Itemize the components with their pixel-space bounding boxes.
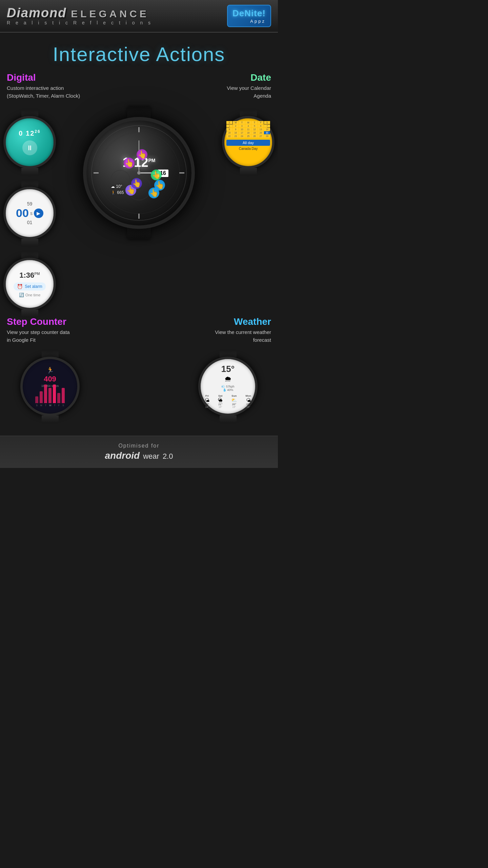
- band-bottom: [21, 239, 38, 245]
- stopwatch-watch: 0 1226 ⏸: [3, 110, 56, 175]
- bar-7: [62, 388, 65, 403]
- alarm-repeat: One time: [25, 293, 41, 297]
- calendar-grid: S M T W T F S 1 2 3 4 5 6 7 8: [226, 121, 270, 138]
- calendar-content: S M T W T F S 1 2 3 4 5 6 7 8: [224, 118, 272, 153]
- forecast-fri: Fri 🌤 19° 14°: [205, 394, 209, 408]
- digital-desc: Custom interactive action (StopWatch, Ti…: [7, 84, 81, 100]
- fit-steps: 409: [44, 375, 56, 383]
- forecast-sun: Sun ⛅ 20° 15°: [231, 394, 237, 408]
- weather-desc: View the current weather forecast: [186, 329, 271, 344]
- alarm-icon: ⏰: [17, 284, 23, 289]
- timer-next-button[interactable]: ▶: [34, 209, 43, 218]
- weather-cloud-icon: 🌧: [224, 375, 232, 383]
- bottom-watch-row: 🏃 409 16,464 steps S M T W: [0, 347, 278, 426]
- bar-3: [44, 384, 47, 403]
- band-top: [42, 351, 59, 357]
- weather-face: 15° 🌧 💨 57kph 💧 40% Fri 🌤 19° 14° Sat 🌦: [198, 357, 258, 416]
- step-counter-desc: View your step counter data in Google Fi…: [7, 329, 92, 344]
- main-band-bottom: [127, 228, 151, 239]
- alarm-set-label: Set alarm: [25, 284, 42, 289]
- date-desc: View your Calendar Agenda: [197, 84, 271, 100]
- repeat-icon: 🔄: [19, 293, 24, 297]
- fp-date-dot[interactable]: 👆: [151, 170, 162, 180]
- footer-wear: wear: [143, 452, 159, 461]
- alarm-watch: 1:36PM ⏰ Set alarm 🔄 One time: [3, 252, 56, 316]
- app-title: Diamond ELEGANCE R e a l i s t i c R e f…: [7, 6, 152, 25]
- title-elegance: ELEGANCE: [71, 8, 149, 19]
- svg-point-11: [137, 171, 141, 175]
- fit-days: S M T W T F S: [36, 404, 64, 407]
- bar-1: [35, 396, 38, 403]
- step-counter-title: Step Counter: [7, 316, 92, 327]
- calendar-event: Canada Day: [226, 147, 270, 151]
- watch-temp: ☁ 10°: [111, 184, 122, 189]
- interactive-actions-title: Interactive Actions: [7, 43, 271, 65]
- calendar-watch: S M T W T F S 1 2 3 4 5 6 7 8: [222, 110, 274, 175]
- main-watch-face: 1:12PM 16 👆 👆 👆 👆 👆 👆 👆 ☁ 10° 🚶 665: [83, 117, 195, 229]
- timer-seconds: 00: [16, 206, 29, 220]
- band-bottom: [240, 168, 257, 175]
- digital-label: Digital Custom interactive action (StopW…: [7, 72, 81, 100]
- fp-step-dot2[interactable]: 👆: [131, 178, 142, 189]
- forecast-sat: Sat 🌦 21° 15°: [218, 394, 223, 408]
- alarm-face: 1:36PM ⏰ Set alarm 🔄 One time: [3, 258, 56, 310]
- left-watch-column: 0 1226 ⏸ 59 00 s ▶ 01: [3, 106, 56, 316]
- watch-svg: [86, 120, 191, 225]
- footer-version: 2.0: [163, 452, 173, 461]
- fp-weather-dot2[interactable]: 👆: [148, 188, 159, 198]
- watch-steps-display: 🚶 665: [111, 190, 124, 195]
- runner-icon: 🏃: [46, 367, 54, 374]
- date-title: Date: [197, 72, 271, 83]
- fit-chart: [35, 390, 65, 403]
- band-top: [21, 181, 38, 188]
- main-period: PM: [148, 158, 156, 163]
- calendar-face: S M T W T F S 1 2 3 4 5 6 7 8: [222, 116, 274, 169]
- calendar-all-day: All day: [226, 140, 270, 146]
- band-top: [21, 252, 38, 258]
- forecast-mon: Mon 🌤 19° 15°: [246, 394, 251, 408]
- weather-label: Weather View the current weather forecas…: [186, 316, 271, 344]
- timer-s: s: [30, 211, 33, 216]
- section-header: Interactive Actions: [0, 33, 278, 72]
- fp-digital-dot2[interactable]: 👆: [137, 149, 147, 160]
- main-watch-area: 0 1226 ⏸ 59 00 s ▶ 01: [0, 106, 278, 316]
- timer-face: 59 00 s ▶ 01: [3, 187, 56, 239]
- weather-temp: 15°: [221, 364, 235, 373]
- step-counter-label: Step Counter View your step counter data…: [7, 316, 92, 344]
- footer-brand: android wear 2.0: [7, 450, 271, 461]
- pause-button[interactable]: ⏸: [22, 140, 37, 155]
- weather-rain: 💧 40%: [223, 388, 233, 392]
- band-bottom: [21, 310, 38, 316]
- app-header: Diamond ELEGANCE R e a l i s t i c R e f…: [0, 0, 278, 33]
- title-subtitle: R e a l i s t i c R e f l e c t i o n s: [7, 20, 152, 25]
- stopwatch-time: 0 1226: [19, 129, 40, 137]
- center-watch: 1:12PM 16 👆 👆 👆 👆 👆 👆 👆 ☁ 10° 🚶 665: [83, 106, 195, 239]
- right-watch-column: S M T W T F S 1 2 3 4 5 6 7 8: [222, 106, 274, 175]
- fit-face: 🏃 409 16,464 steps S M T W: [20, 357, 80, 416]
- app-footer: Optimised for android wear 2.0: [0, 436, 278, 468]
- fit-watch: 🏃 409 16,464 steps S M T W: [20, 351, 80, 422]
- band-bottom: [42, 415, 59, 422]
- weather-forecast: Fri 🌤 19° 14° Sat 🌦 21° 15° Sun ⛅: [203, 394, 252, 408]
- denite-logo: DeNite! Appz: [227, 5, 271, 27]
- timer-bottom: 01: [27, 220, 33, 225]
- bar-6: [57, 393, 60, 403]
- weather-title: Weather: [186, 316, 271, 327]
- stopwatch-face: 0 1226 ⏸: [3, 116, 56, 169]
- footer-android: android: [105, 450, 140, 461]
- footer-optimised: Optimised for: [7, 443, 271, 449]
- logo-appz: Appz: [232, 19, 266, 24]
- timer-watch: 59 00 s ▶ 01: [3, 181, 56, 245]
- band-top: [240, 110, 257, 117]
- weather-watch: 15° 🌧 💨 57kph 💧 40% Fri 🌤 19° 14° Sat 🌦: [198, 351, 258, 422]
- fp-digital-dot[interactable]: 👆: [124, 158, 135, 169]
- band-bottom: [220, 415, 237, 422]
- band-bottom: [21, 168, 38, 175]
- top-labels: Digital Custom interactive action (StopW…: [0, 72, 278, 100]
- weather-wind: 💨 57kph: [221, 385, 234, 388]
- timer-top: 59: [27, 201, 33, 206]
- title-diamond: Diamond: [7, 6, 67, 20]
- main-band-top: [127, 106, 151, 118]
- digital-title: Digital: [7, 72, 81, 83]
- bar-4: [48, 388, 52, 403]
